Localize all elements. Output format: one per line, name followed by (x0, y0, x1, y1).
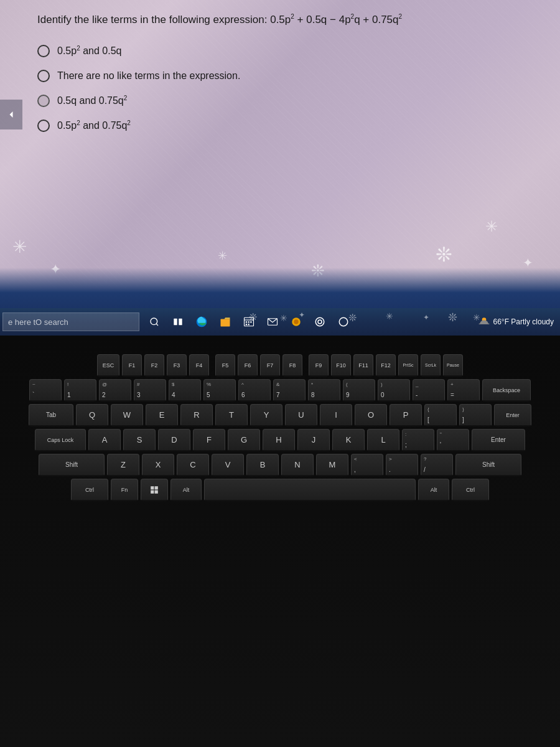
key-z[interactable]: Z (107, 454, 139, 476)
answer-options: 0.5p2 and 0.5q There are no like terms i… (37, 45, 541, 132)
radio-a[interactable] (37, 45, 50, 57)
qwerty-row: Tab Q W E R T Y U I O P { [ } ] Enter (9, 404, 551, 426)
key-w[interactable]: W (111, 404, 143, 426)
key-8[interactable]: * 8 (308, 379, 340, 402)
key-3[interactable]: # 3 (134, 379, 166, 402)
key-enter-2[interactable]: Enter (472, 429, 525, 451)
key-d[interactable]: D (158, 429, 190, 451)
radio-c[interactable] (37, 95, 50, 107)
snow-decoration-6: ✳ (218, 249, 227, 263)
key-f12[interactable]: F12 (376, 354, 396, 377)
key-semicolon[interactable]: : ; (402, 429, 434, 451)
key-x[interactable]: X (142, 454, 174, 476)
key-f3[interactable]: F3 (167, 354, 187, 377)
option-c-label: 0.5q and 0.75q2 (57, 95, 127, 106)
option-b[interactable]: There are no like terms in the expressio… (37, 70, 541, 82)
key-a[interactable]: A (88, 429, 121, 451)
keyboard: ESC F1 F2 F3 F4 F5 F6 F7 F8 F9 F10 F11 F… (9, 354, 551, 504)
key-n[interactable]: N (281, 454, 314, 476)
key-backtick[interactable]: ~ ` (29, 379, 62, 402)
key-b[interactable]: B (246, 454, 279, 476)
key-backspace[interactable]: Backspace (482, 379, 531, 402)
option-a[interactable]: 0.5p2 and 0.5q (37, 45, 541, 57)
key-4[interactable]: $ 4 (169, 379, 201, 402)
radio-b[interactable] (37, 70, 50, 82)
snow-decoration-1: ✳ (12, 237, 27, 257)
key-pause[interactable]: Pause (443, 354, 463, 377)
key-alt-right[interactable]: Alt (418, 479, 449, 501)
key-f4[interactable]: F4 (189, 354, 209, 377)
option-d[interactable]: 0.5p2 and 0.75q2 (37, 120, 541, 132)
key-v[interactable]: V (212, 454, 244, 476)
key-equals[interactable]: + = (447, 379, 480, 402)
key-o[interactable]: O (355, 404, 387, 426)
key-f10[interactable]: F10 (331, 354, 351, 377)
key-shift-right[interactable]: Shift (455, 454, 521, 476)
key-6[interactable]: ^ 6 (238, 379, 271, 402)
key-f9[interactable]: F9 (309, 354, 329, 377)
key-minus[interactable]: _ - (413, 379, 445, 402)
key-windows[interactable] (141, 479, 168, 501)
key-ctrl-right[interactable]: Ctrl (452, 479, 489, 501)
key-p[interactable]: P (390, 404, 422, 426)
taskbar-background: ❊ ✳ ✦ ❊ ✳ ✦ ❊ ✳ (0, 308, 560, 336)
option-b-label: There are no like terms in the expressio… (57, 70, 240, 82)
key-5[interactable]: % 5 (203, 379, 236, 402)
key-f5[interactable]: F5 (215, 354, 235, 377)
option-c[interactable]: 0.5q and 0.75q2 (37, 95, 541, 107)
key-g[interactable]: G (228, 429, 260, 451)
key-tab[interactable]: Tab (29, 404, 73, 426)
back-button[interactable] (0, 100, 22, 129)
key-f1[interactable]: F1 (122, 354, 142, 377)
key-9[interactable]: ( 9 (343, 379, 375, 402)
radio-d[interactable] (37, 120, 50, 132)
key-h[interactable]: H (263, 429, 295, 451)
snow-decoration-4: ✳ (485, 218, 498, 235)
key-7[interactable]: & 7 (273, 379, 306, 402)
question-container: Identify the like terms in the following… (37, 12, 541, 132)
key-c[interactable]: C (177, 454, 209, 476)
key-m[interactable]: M (316, 454, 348, 476)
key-q[interactable]: Q (76, 404, 108, 426)
key-f6[interactable]: F6 (238, 354, 258, 377)
key-f8[interactable]: F8 (282, 354, 302, 377)
asdf-row: Caps Lock A S D F G H J K L : ; " ' Ente… (9, 429, 551, 451)
key-prtsc[interactable]: PrtSc (398, 354, 418, 377)
key-j[interactable]: J (297, 429, 330, 451)
key-slash[interactable]: ? / (421, 454, 453, 476)
key-t[interactable]: T (215, 404, 248, 426)
key-comma[interactable]: < , (351, 454, 383, 476)
key-bracket-l[interactable]: { [ (424, 404, 457, 426)
key-quote[interactable]: " ' (437, 429, 469, 451)
key-esc[interactable]: ESC (97, 354, 119, 377)
key-f11[interactable]: F11 (353, 354, 373, 377)
key-1[interactable]: ! 1 (64, 379, 96, 402)
key-period[interactable]: > . (386, 454, 418, 476)
key-enter[interactable]: Enter (494, 404, 531, 426)
key-i[interactable]: I (320, 404, 352, 426)
zxcv-row: Shift Z X C V B N M < , > . ? / Shift (9, 454, 551, 476)
key-k[interactable]: K (332, 429, 365, 451)
key-2[interactable]: @ 2 (99, 379, 131, 402)
key-ctrl-left[interactable]: Ctrl (71, 479, 108, 501)
key-y[interactable]: Y (250, 404, 282, 426)
key-space[interactable] (204, 479, 416, 501)
key-caps-lock[interactable]: Caps Lock (35, 429, 86, 451)
key-shift-left[interactable]: Shift (39, 454, 105, 476)
key-alt-left[interactable]: Alt (170, 479, 202, 501)
option-d-label: 0.5p2 and 0.75q2 (57, 120, 131, 131)
key-scrlk[interactable]: ScrLk (421, 354, 441, 377)
key-0[interactable]: ) 0 (378, 379, 410, 402)
key-e[interactable]: E (146, 404, 178, 426)
key-l[interactable]: L (367, 429, 399, 451)
key-r[interactable]: R (180, 404, 213, 426)
key-bracket-r[interactable]: } ] (459, 404, 492, 426)
key-fn[interactable]: Fn (111, 479, 138, 501)
question-text: Identify the like terms in the following… (37, 12, 541, 27)
svg-rect-19 (151, 486, 154, 489)
key-f2[interactable]: F2 (144, 354, 164, 377)
key-f[interactable]: F (193, 429, 225, 451)
key-u[interactable]: U (285, 404, 317, 426)
key-f7[interactable]: F7 (260, 354, 280, 377)
key-s[interactable]: S (123, 429, 156, 451)
